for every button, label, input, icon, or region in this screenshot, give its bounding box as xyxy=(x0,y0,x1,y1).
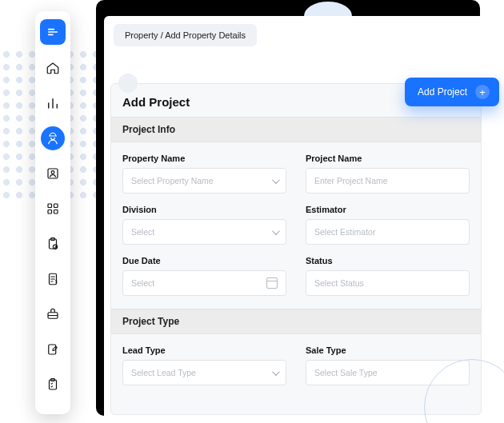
svg-rect-3 xyxy=(54,204,58,208)
contact-icon xyxy=(46,166,60,181)
date-due-date[interactable]: Select xyxy=(122,270,286,296)
sidebar-item-invoices[interactable]: $ xyxy=(41,267,65,291)
home-icon xyxy=(46,61,60,75)
label-sale-type: Sale Type xyxy=(306,345,470,355)
breadcrumb[interactable]: Property / Add Property Details xyxy=(114,24,257,46)
label-estimator: Estimator xyxy=(306,205,470,214)
svg-point-1 xyxy=(51,171,54,174)
svg-rect-4 xyxy=(48,210,52,214)
svg-text:$: $ xyxy=(55,280,58,284)
sidebar-item-contacts[interactable] xyxy=(41,162,65,186)
page-title: Add Project xyxy=(122,95,190,109)
project-card: Add Project Project Info Property Name S… xyxy=(110,83,482,415)
input-status[interactable]: Select Status xyxy=(306,270,470,296)
svg-rect-2 xyxy=(48,204,52,208)
select-property-name[interactable]: Select Property Name xyxy=(122,168,286,194)
label-lead-type: Lead Type xyxy=(122,345,286,355)
grid-icon xyxy=(46,202,60,216)
clipboard-list-icon xyxy=(46,377,60,392)
select-lead-type[interactable]: Select Lead Type xyxy=(122,360,286,385)
select-division[interactable]: Select xyxy=(122,219,286,245)
sidebar: $ xyxy=(35,11,70,414)
section-project-info: Project Info xyxy=(111,117,481,142)
calendar-icon xyxy=(266,277,278,289)
svg-rect-5 xyxy=(54,210,58,214)
input-project-name[interactable]: Enter Project Name xyxy=(306,168,470,194)
add-project-label: Add Project xyxy=(418,86,467,98)
bar-chart-icon xyxy=(46,96,60,110)
sidebar-item-reports[interactable] xyxy=(41,91,65,115)
toolbox-icon xyxy=(46,307,60,321)
worker-icon xyxy=(46,131,60,146)
chevron-down-icon xyxy=(272,176,278,186)
label-property-name: Property Name xyxy=(122,154,286,163)
invoice-icon: $ xyxy=(46,272,60,286)
label-division: Division xyxy=(122,205,286,214)
input-estimator[interactable]: Select Estimator xyxy=(306,219,470,245)
sidebar-brand[interactable] xyxy=(40,19,66,45)
menu-icon xyxy=(46,26,59,38)
sidebar-item-tools[interactable] xyxy=(41,302,65,326)
sidebar-item-workers[interactable] xyxy=(41,126,65,150)
sidebar-item-tasks[interactable] xyxy=(41,232,65,256)
sidebar-item-edit[interactable] xyxy=(41,337,65,361)
label-status: Status xyxy=(306,256,470,265)
chevron-down-icon xyxy=(272,227,278,237)
avatar[interactable] xyxy=(118,74,138,93)
note-edit-icon xyxy=(46,342,60,357)
add-project-button[interactable]: Add Project + xyxy=(405,78,499,106)
label-due-date: Due Date xyxy=(122,256,286,265)
app-surface: Property / Add Property Details Add Proj… xyxy=(104,16,488,416)
clipboard-check-icon xyxy=(46,237,60,251)
sidebar-item-checklist[interactable] xyxy=(41,373,65,397)
plus-icon: + xyxy=(475,85,490,99)
sidebar-item-apps[interactable] xyxy=(41,197,65,221)
label-project-name: Project Name xyxy=(306,154,470,163)
chevron-down-icon xyxy=(272,368,278,377)
section-project-type: Project Type xyxy=(111,309,481,334)
sidebar-item-home[interactable] xyxy=(41,56,65,80)
